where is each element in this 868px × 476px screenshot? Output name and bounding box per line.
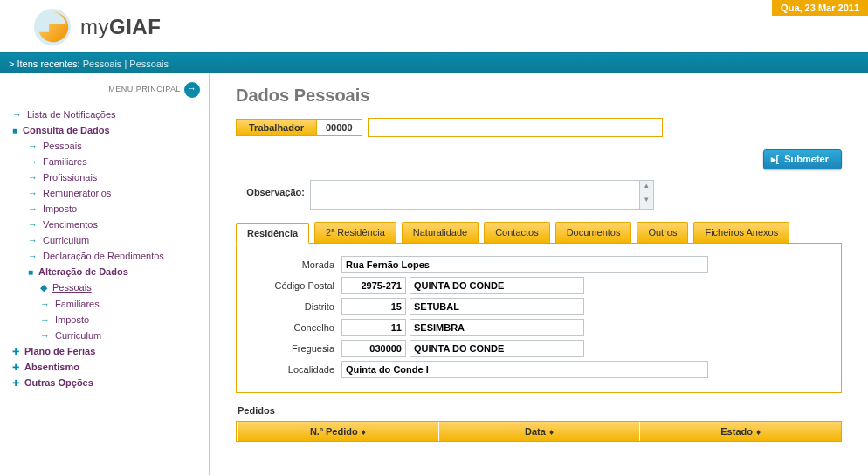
nav-curriculum[interactable]: →Curriculum [9, 232, 200, 248]
nav-notificacoes[interactable]: →Lista de Notificações [9, 107, 200, 122]
cp-code-input[interactable] [341, 277, 406, 294]
logo-text: myGIAF [80, 15, 161, 39]
worker-name-field[interactable] [368, 118, 663, 137]
distrito-label: Distrito [254, 301, 341, 312]
freguesia-name-input[interactable] [410, 340, 584, 357]
menu-principal-link[interactable]: MENU PRINCIPAL [9, 79, 200, 107]
nav-profissionais[interactable]: →Profissionais [9, 169, 200, 185]
tabs: Residência 2ª Residência Naturalidade Co… [236, 222, 842, 244]
submit-icon: ▸[ [771, 154, 780, 164]
nav-alteracao[interactable]: Alteração de Dados [9, 264, 200, 279]
logo[interactable]: myGIAF [31, 7, 161, 47]
nav-absentismo[interactable]: Absentismo [9, 359, 200, 375]
distrito-code-input[interactable] [341, 298, 406, 315]
tab-documentos[interactable]: Documentos [555, 222, 632, 243]
nav-consulta[interactable]: Consulta de Dados [9, 122, 200, 138]
page-title: Dados Pessoais [236, 86, 842, 106]
worker-row: Trabalhador 00000 [236, 118, 842, 137]
localidade-label: Localidade [254, 364, 341, 375]
sort-icon: ♦ [756, 427, 761, 437]
obs-textarea[interactable]: ▴▾ [310, 180, 654, 210]
worker-code: 00000 [316, 119, 362, 136]
nav-imposto[interactable]: →Imposto [9, 201, 200, 217]
tab-naturalidade[interactable]: Naturalidade [402, 222, 479, 243]
distrito-name-input[interactable] [410, 298, 584, 315]
nav-declaracao[interactable]: →Declaração de Rendimentos [9, 248, 200, 264]
nav-alt-curriculum[interactable]: →Curriculum [9, 328, 200, 343]
scroll-up-icon[interactable]: ▴ [640, 181, 653, 195]
concelho-code-input[interactable] [341, 319, 406, 336]
nav-vencimentos[interactable]: →Vencimentos [9, 217, 200, 232]
morada-input[interactable] [341, 256, 708, 273]
tab-body: Morada Código Postal Distrito Concelho F… [236, 244, 842, 393]
nav-alt-pessoais[interactable]: ◆Pessoais [9, 279, 200, 296]
tab-residencia[interactable]: Residência [236, 223, 309, 244]
pedidos-label: Pedidos [238, 405, 842, 416]
nav-outras[interactable]: Outras Opções [9, 375, 200, 390]
menu-icon [184, 82, 200, 98]
breadcrumb-item[interactable]: Pessoais [129, 59, 169, 69]
date-badge: Qua, 23 Mar 2011 [772, 0, 868, 16]
morada-label: Morada [254, 259, 341, 270]
col-pedido[interactable]: N.º Pedido♦ [237, 422, 439, 441]
tab-outros[interactable]: Outros [637, 222, 688, 243]
scroll-down-icon[interactable]: ▾ [640, 195, 653, 209]
breadcrumb-item[interactable]: Pessoais [83, 59, 122, 69]
tab-residencia2[interactable]: 2ª Residência [314, 222, 396, 243]
obs-label: Observação: [236, 180, 310, 197]
nav-pessoais[interactable]: →Pessoais [9, 138, 200, 154]
nav-ferias[interactable]: Plano de Ferias [9, 343, 200, 359]
nav-familiares[interactable]: →Familiares [9, 154, 200, 169]
logo-icon [31, 7, 73, 47]
header: Qua, 23 Mar 2011 myGIAF [0, 0, 868, 52]
submit-button[interactable]: ▸[Submeter [763, 149, 842, 169]
sort-icon: ♦ [549, 427, 554, 437]
freguesia-label: Freguesia [254, 343, 341, 354]
nav-alt-imposto[interactable]: →Imposto [9, 312, 200, 328]
col-data[interactable]: Data♦ [439, 422, 641, 441]
col-estado[interactable]: Estado♦ [640, 422, 841, 441]
nav-alt-familiares[interactable]: →Familiares [9, 296, 200, 312]
sort-icon: ♦ [362, 427, 366, 437]
worker-label: Trabalhador [236, 119, 317, 136]
concelho-name-input[interactable] [410, 319, 584, 336]
sidebar: MENU PRINCIPAL →Lista de Notificações Co… [0, 73, 210, 475]
breadcrumb: > Itens recentes: Pessoais | Pessoais [0, 52, 868, 73]
nav-remuneratorios[interactable]: →Remuneratórios [9, 185, 200, 201]
cp-label: Código Postal [254, 280, 341, 291]
localidade-input[interactable] [341, 361, 708, 378]
pedidos-table-header: N.º Pedido♦ Data♦ Estado♦ [236, 421, 842, 442]
cp-name-input[interactable] [410, 277, 584, 294]
scrollbar[interactable]: ▴▾ [639, 181, 653, 209]
freguesia-code-input[interactable] [341, 340, 406, 357]
tab-contactos[interactable]: Contactos [484, 222, 550, 243]
concelho-label: Concelho [254, 322, 341, 333]
main-content: Dados Pessoais Trabalhador 00000 ▸[Subme… [210, 73, 868, 475]
tab-ficheiros[interactable]: Ficheiros Anexos [693, 222, 789, 243]
